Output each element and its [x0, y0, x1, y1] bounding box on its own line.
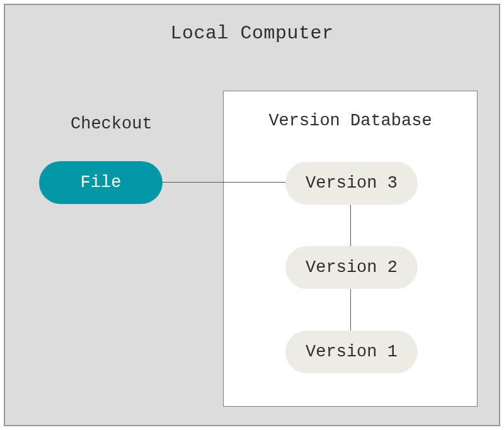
checkout-label: Checkout — [71, 115, 152, 133]
diagram-title: Local Computer — [5, 23, 499, 44]
database-title: Version Database — [224, 111, 477, 130]
version-1-node: Version 1 — [285, 331, 418, 373]
connector-v3-to-v2 — [350, 203, 351, 247]
version-3-node: Version 3 — [285, 162, 418, 205]
file-node-label: File — [81, 173, 122, 192]
version-3-label: Version 3 — [306, 174, 398, 193]
file-node: File — [39, 161, 163, 204]
version-database-box: Version Database Version 3 Version 2 Ver… — [223, 91, 478, 407]
version-2-label: Version 2 — [306, 258, 398, 277]
version-2-node: Version 2 — [285, 246, 418, 289]
version-1-label: Version 1 — [306, 342, 398, 361]
local-computer-panel: Local Computer Checkout File Version Dat… — [4, 4, 500, 426]
connector-file-to-v3 — [163, 182, 287, 183]
connector-v2-to-v1 — [350, 287, 351, 331]
